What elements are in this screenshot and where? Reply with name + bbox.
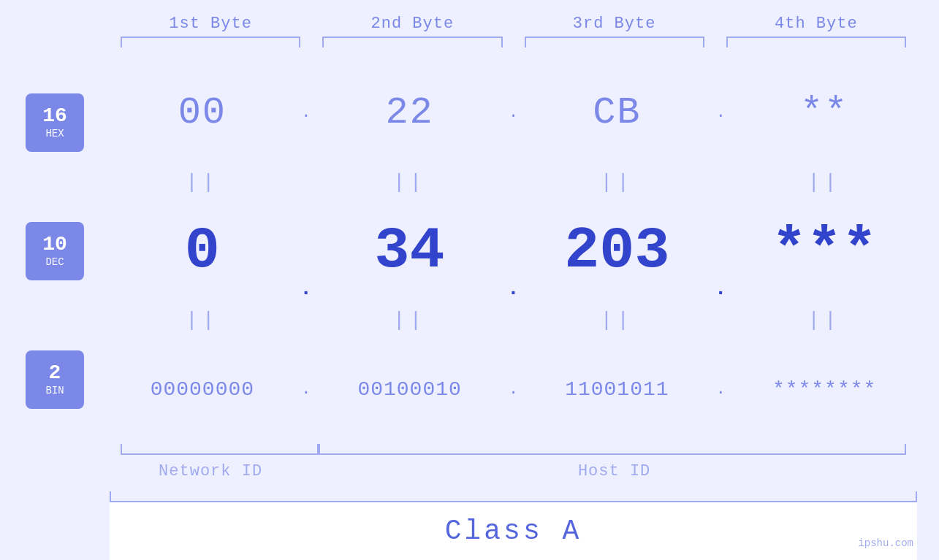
bin-b4-cell: ********	[731, 378, 917, 401]
dec-row: 0 . 34 . 203 . ***	[110, 196, 917, 305]
hex-dot2: .	[503, 104, 525, 122]
top-brackets	[110, 37, 917, 51]
hex-b2-value: 22	[385, 91, 433, 134]
bin-b4-value: ********	[772, 378, 876, 401]
main-content: 16 HEX 10 DEC 2 BIN 00 . 22	[0, 58, 939, 444]
bottom-section: Network ID Host ID	[110, 444, 917, 480]
byte-headers: 1st Byte 2nd Byte 3rd Byte 4th Byte	[110, 15, 917, 33]
bracket-b4	[726, 37, 906, 47]
id-labels-row: Network ID Host ID	[110, 462, 917, 480]
dec-b1-cell: 0	[110, 218, 295, 284]
hex-badge: 16 HEX	[26, 93, 84, 152]
class-bar: Class A	[110, 502, 917, 560]
hex-b1-cell: 00	[110, 91, 295, 134]
dec-b3-cell: 203	[525, 218, 710, 284]
branding: ipshu.com	[858, 537, 913, 549]
bracket-network	[121, 444, 319, 455]
badges-column: 16 HEX 10 DEC 2 BIN	[0, 58, 110, 444]
bottom-brackets	[110, 444, 917, 459]
equals-row-1: || || || ||	[110, 167, 917, 196]
byte3-header: 3rd Byte	[514, 15, 715, 33]
bracket-b1	[121, 37, 300, 47]
equals-2-b3: ||	[525, 309, 710, 331]
byte1-header: 1st Byte	[110, 15, 311, 33]
dec-b1-value: 0	[185, 218, 220, 284]
bin-badge-number: 2	[49, 363, 61, 383]
bin-row: 00000000 . 00100010 . 11001011 . *******…	[110, 335, 917, 444]
dec-b4-cell: ***	[731, 218, 917, 284]
bracket-b2	[322, 37, 502, 47]
bin-badge-label: BIN	[45, 385, 64, 396]
hex-b4-cell: **	[731, 91, 917, 134]
hex-dot1: .	[295, 104, 317, 122]
hex-row: 00 . 22 . CB . **	[110, 58, 917, 167]
hex-badge-label: HEX	[45, 128, 64, 139]
hex-b4-value: **	[800, 91, 848, 134]
bracket-b3	[525, 37, 704, 47]
byte4-header: 4th Byte	[715, 15, 917, 33]
wide-bracket	[110, 491, 917, 502]
hex-badge-number: 16	[42, 106, 67, 126]
byte2-header: 2nd Byte	[311, 15, 513, 33]
equals-1-b2: ||	[317, 171, 503, 193]
dec-badge-label: DEC	[45, 256, 64, 268]
equals-2-b1: ||	[110, 309, 295, 331]
bin-dot2: .	[503, 380, 525, 399]
dec-dot2: .	[503, 277, 525, 306]
bin-dot1: .	[295, 380, 317, 399]
hex-b1-value: 00	[178, 91, 227, 134]
network-id-label: Network ID	[110, 462, 311, 480]
bin-b1-value: 00000000	[151, 378, 254, 401]
bin-b3-cell: 11001011	[525, 378, 710, 401]
bin-b2-cell: 00100010	[317, 378, 503, 401]
bin-b2-value: 00100010	[357, 378, 461, 401]
dec-b2-cell: 34	[317, 218, 503, 284]
equals-2-b4: ||	[731, 309, 917, 331]
hex-b3-cell: CB	[525, 91, 710, 134]
dec-dot3: .	[710, 277, 731, 306]
class-label: Class A	[445, 515, 582, 547]
hex-b3-value: CB	[593, 91, 641, 134]
equals-1-b4: ||	[731, 171, 917, 193]
dec-dot1: .	[295, 277, 317, 306]
dec-b3-value: 203	[564, 218, 669, 284]
bin-b3-value: 11001011	[565, 378, 669, 401]
dec-b4-value: ***	[772, 218, 877, 284]
main-container: 1st Byte 2nd Byte 3rd Byte 4th Byte 16 H…	[0, 0, 939, 560]
equals-1-b3: ||	[525, 171, 710, 193]
bracket-host	[319, 444, 906, 455]
dec-badge-number: 10	[42, 234, 67, 255]
equals-row-2: || || || ||	[110, 306, 917, 335]
dec-b2-value: 34	[375, 218, 445, 284]
bin-b1-cell: 00000000	[110, 378, 295, 401]
equals-2-b2: ||	[317, 309, 503, 331]
equals-1-b1: ||	[110, 171, 295, 193]
dec-badge: 10 DEC	[26, 222, 84, 280]
hex-dot3: .	[710, 104, 731, 122]
host-id-label: Host ID	[311, 462, 917, 480]
bin-badge: 2 BIN	[26, 350, 84, 409]
bin-dot3: .	[710, 380, 731, 399]
hex-b2-cell: 22	[317, 91, 503, 134]
values-area: 00 . 22 . CB . ** || ||	[110, 58, 917, 444]
